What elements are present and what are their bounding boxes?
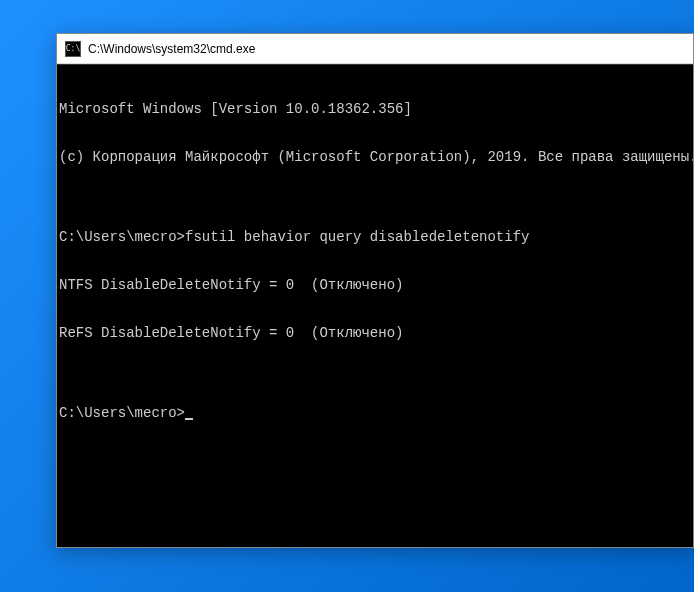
cursor (185, 418, 193, 420)
cmd-icon: C:\ (65, 41, 81, 57)
terminal-line: Microsoft Windows [Version 10.0.18362.35… (59, 101, 693, 117)
titlebar[interactable]: C:\ C:\Windows\system32\cmd.exe (57, 34, 693, 64)
terminal-prompt: C:\Users\mecro> (59, 405, 185, 421)
window-title: C:\Windows\system32\cmd.exe (88, 42, 255, 56)
terminal-line: NTFS DisableDeleteNotify = 0 (Отключено) (59, 277, 693, 293)
terminal-line: C:\Users\mecro>fsutil behavior query dis… (59, 229, 693, 245)
terminal-prompt-line: C:\Users\mecro> (59, 405, 693, 421)
terminal-output[interactable]: Microsoft Windows [Version 10.0.18362.35… (57, 64, 693, 547)
terminal-line: (c) Корпорация Майкрософт (Microsoft Cor… (59, 149, 693, 165)
cmd-window: C:\ C:\Windows\system32\cmd.exe Microsof… (56, 33, 694, 548)
terminal-line: ReFS DisableDeleteNotify = 0 (Отключено) (59, 325, 693, 341)
